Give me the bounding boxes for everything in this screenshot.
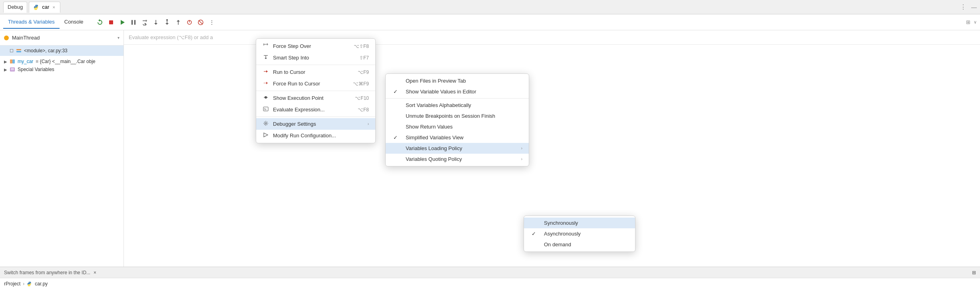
menu-variables-quoting-policy[interactable]: Variables Quoting Policy › bbox=[386, 154, 529, 164]
resume-button[interactable] bbox=[118, 18, 127, 27]
menu-show-variable-values[interactable]: ✓ Show Variable Values in Editor bbox=[386, 86, 529, 97]
menu2-sep-1 bbox=[386, 98, 529, 99]
menu-simplified-vars[interactable]: ✓ Simplified Variables View bbox=[386, 132, 529, 143]
tree-item-mycar[interactable]: ▶ my_car = {Car} <__main__.Car obje bbox=[0, 57, 123, 65]
breadcrumb-area: rProject › car.py bbox=[0, 278, 980, 289]
breadcrumb-python-icon bbox=[27, 281, 32, 287]
tab-console[interactable]: Console bbox=[60, 16, 88, 29]
quoting-policy-label: Variables Quoting Policy bbox=[406, 156, 514, 162]
car-tab[interactable]: car × bbox=[29, 2, 60, 13]
toolbar-right: ⊞ ∨ bbox=[966, 19, 977, 25]
loading-policy-label: Variables Loading Policy bbox=[406, 145, 514, 151]
frame-label: <module>, car.py:33 bbox=[24, 48, 68, 53]
thread-dropdown-icon[interactable]: ▾ bbox=[118, 36, 120, 40]
svg-point-32 bbox=[265, 96, 267, 99]
thread-name: MainThread bbox=[12, 35, 114, 41]
menu-modify-run-config[interactable]: Modify Run Configuration... bbox=[256, 130, 375, 141]
menu-on-demand[interactable]: On demand bbox=[524, 239, 635, 250]
tree-expand-mycar[interactable]: ▶ bbox=[4, 59, 7, 64]
toolbar-icons: ⋮ bbox=[96, 18, 216, 27]
menu-open-preview[interactable]: Open Files in Preview Tab bbox=[386, 75, 529, 86]
thread-selector[interactable]: MainThread ▾ bbox=[0, 30, 123, 46]
tree-item-special-vars[interactable]: ▶ Special Variables bbox=[0, 65, 123, 73]
menu-force-step-over[interactable]: Force Step Over ⌥⇧F8 bbox=[256, 40, 375, 52]
layout-adjust-icon[interactable]: ⊞ bbox=[972, 270, 976, 275]
unmute-label: Unmute Breakpoints on Session Finish bbox=[406, 113, 522, 119]
mycar-value: = {Car} <__main__.Car obje bbox=[36, 59, 95, 64]
menu-synchronously[interactable]: Synchronously bbox=[524, 218, 635, 228]
more-actions-button[interactable]: ⋮ bbox=[207, 18, 216, 27]
smart-step-into-button[interactable] bbox=[163, 18, 171, 27]
menu-smart-step-into[interactable]: Smart Step Into ⇧F7 bbox=[256, 52, 375, 63]
run-to-cursor-button[interactable] bbox=[185, 18, 194, 27]
svg-rect-19 bbox=[12, 59, 15, 63]
special-vars-label: Special Variables bbox=[18, 67, 54, 72]
menu-show-return[interactable]: Show Return Values bbox=[386, 121, 529, 132]
debugger-settings-icon bbox=[263, 121, 269, 127]
synchronously-label: Synchronously bbox=[544, 220, 629, 226]
quoting-policy-arrow: › bbox=[521, 157, 522, 161]
simplified-vars-check: ✓ bbox=[392, 135, 398, 141]
menu-asynchronously[interactable]: ✓ Asynchronously bbox=[524, 228, 635, 239]
debug-tab[interactable]: Debug bbox=[3, 2, 27, 13]
tab-threads-variables[interactable]: Threads & Variables bbox=[3, 16, 60, 29]
step-over-button[interactable] bbox=[140, 18, 149, 27]
minimize-button[interactable]: — bbox=[971, 4, 977, 10]
menu-sep-3 bbox=[256, 117, 375, 117]
debugger-settings-label: Debugger Settings bbox=[273, 121, 361, 127]
step-out-button[interactable] bbox=[174, 18, 183, 27]
toolbar: Threads & Variables Console bbox=[0, 14, 980, 30]
pause-button[interactable] bbox=[129, 18, 138, 27]
mute-breakpoints-button[interactable] bbox=[196, 18, 205, 27]
menu-unmute-breakpoints[interactable]: Unmute Breakpoints on Session Finish bbox=[386, 111, 529, 121]
eval-bar[interactable]: Evaluate expression (⌥F8) or add a bbox=[124, 30, 980, 45]
svg-rect-2 bbox=[131, 20, 133, 25]
breadcrumb-project[interactable]: rProject bbox=[4, 281, 20, 287]
variables-tree: ▶ my_car = {Car} <__main__.Car obje ▶ bbox=[0, 56, 123, 75]
svg-marker-36 bbox=[264, 133, 268, 137]
status-bar-right: ⊞ bbox=[972, 270, 976, 275]
menu-show-execution-point[interactable]: Show Execution Point ⌥F10 bbox=[256, 92, 375, 104]
force-step-over-icon bbox=[263, 43, 269, 49]
svg-text:fx: fx bbox=[264, 108, 267, 111]
svg-rect-21 bbox=[11, 68, 14, 69]
car-tab-close[interactable]: × bbox=[52, 5, 56, 10]
rerun-button[interactable] bbox=[96, 18, 104, 27]
force-step-over-shortcut: ⌥⇧F8 bbox=[354, 44, 369, 49]
nav-tabs: Threads & Variables Console bbox=[3, 16, 88, 29]
variables-section: ▶ my_car = {Car} <__main__.Car obje ▶ bbox=[0, 56, 123, 267]
loading-policy-arrow: › bbox=[521, 146, 522, 150]
thread-status-dot bbox=[4, 36, 9, 40]
menu-force-run-cursor[interactable]: Force Run to Cursor ⌥⌘F9 bbox=[256, 78, 375, 89]
settings-dropdown-icon[interactable]: ∨ bbox=[974, 20, 977, 25]
debugger-settings-menu: Open Files in Preview Tab ✓ Show Variabl… bbox=[385, 73, 529, 166]
svg-rect-17 bbox=[16, 51, 21, 52]
notification-close[interactable]: × bbox=[94, 270, 96, 275]
menu-debugger-settings[interactable]: Debugger Settings › bbox=[256, 118, 375, 130]
menu-sep-1 bbox=[256, 65, 375, 65]
layout-icon[interactable]: ⊞ bbox=[966, 19, 970, 25]
menu-variables-loading-policy[interactable]: Variables Loading Policy › bbox=[386, 143, 529, 154]
show-exec-point-icon bbox=[263, 95, 269, 101]
svg-rect-18 bbox=[10, 59, 12, 63]
svg-marker-28 bbox=[266, 70, 268, 73]
step-into-button[interactable] bbox=[151, 18, 160, 27]
car-tab-label: car bbox=[42, 4, 49, 10]
frame-item[interactable]: ☐ <module>, car.py:33 bbox=[0, 46, 123, 56]
breadcrumb-file[interactable]: car.py bbox=[35, 281, 48, 287]
menu-sort-vars[interactable]: Sort Variables Alphabetically bbox=[386, 100, 529, 111]
menu-run-to-cursor[interactable]: Run to Cursor ⌥F9 bbox=[256, 66, 375, 78]
stack-frame-icon bbox=[16, 48, 22, 53]
debug-context-menu: Force Step Over ⌥⇧F8 Smart Step Into ⇧F7… bbox=[256, 38, 376, 143]
tree-expand-special[interactable]: ▶ bbox=[4, 67, 7, 72]
svg-rect-22 bbox=[11, 69, 14, 70]
force-run-cursor-shortcut: ⌥⌘F9 bbox=[353, 81, 369, 87]
show-return-label: Show Return Values bbox=[406, 124, 522, 130]
force-run-cursor-menu-icon bbox=[263, 80, 269, 87]
svg-point-35 bbox=[265, 123, 267, 124]
eval-placeholder: Evaluate expression (⌥F8) or add a bbox=[129, 34, 213, 40]
svg-marker-11 bbox=[177, 20, 180, 22]
evaluate-expr-icon: fx bbox=[263, 106, 269, 113]
menu-evaluate-expression[interactable]: fx Evaluate Expression... ⌥F8 bbox=[256, 104, 375, 115]
stop-button[interactable] bbox=[107, 18, 116, 27]
